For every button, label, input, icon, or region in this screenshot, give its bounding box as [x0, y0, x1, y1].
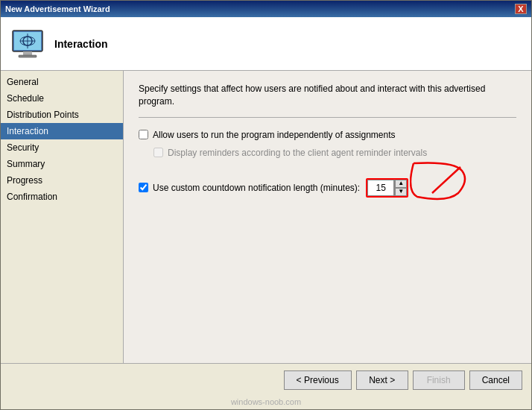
footer: < Previous Next > Finish Cancel [1, 363, 531, 396]
separator [139, 117, 516, 118]
watermark: windows-noob.com [1, 396, 531, 409]
finish-button[interactable]: Finish [413, 370, 465, 390]
display-reminders-checkbox-row: Display reminders according to the clien… [139, 148, 516, 158]
spinner-buttons: ▲ ▼ [394, 180, 407, 196]
countdown-checkbox[interactable] [139, 183, 148, 192]
spinner-up-button[interactable]: ▲ [395, 180, 407, 188]
allow-users-checkbox[interactable] [139, 130, 148, 139]
sidebar-item-interaction[interactable]: Interaction [1, 123, 123, 139]
previous-button[interactable]: < Previous [284, 370, 352, 390]
countdown-label: Use custom countdown notification length… [153, 183, 360, 193]
sidebar-item-security[interactable]: Security [1, 139, 123, 156]
watermark-text: windows-noob.com [231, 397, 301, 406]
sidebar-item-distribution-points[interactable]: Distribution Points [1, 107, 123, 123]
allow-users-label: Allow users to run the program independe… [153, 130, 396, 140]
cancel-button[interactable]: Cancel [469, 370, 522, 390]
sidebar-item-summary[interactable]: Summary [1, 156, 123, 172]
main-content: General Schedule Distribution Points Int… [1, 71, 531, 363]
wizard-window: New Advertisement Wizard X Interaction G… [0, 0, 532, 410]
svg-line-8 [432, 167, 460, 193]
sidebar-item-general[interactable]: General [1, 74, 123, 90]
annotation-scribble [410, 160, 469, 204]
spinner-input[interactable] [367, 180, 394, 196]
display-reminders-label: Display reminders according to the clien… [168, 148, 427, 158]
window-title: New Advertisement Wizard [5, 4, 110, 13]
next-button[interactable]: Next > [356, 370, 408, 390]
sidebar: General Schedule Distribution Points Int… [1, 71, 124, 363]
computer-icon [10, 26, 45, 62]
sidebar-item-confirmation[interactable]: Confirmation [1, 189, 123, 205]
svg-rect-3 [19, 55, 37, 57]
description-text: Specify settings that affect how users a… [139, 83, 516, 108]
display-reminders-checkbox [153, 148, 163, 157]
close-button[interactable]: X [515, 4, 527, 14]
countdown-checkbox-row: Use custom countdown notification length… [139, 165, 516, 210]
sidebar-item-schedule[interactable]: Schedule [1, 90, 123, 107]
header: Interaction [1, 17, 531, 71]
spinner-down-button[interactable]: ▼ [395, 188, 407, 196]
spinner-control: ▲ ▼ [366, 178, 408, 198]
allow-users-checkbox-row: Allow users to run the program independe… [139, 130, 516, 140]
content-area: Specify settings that affect how users a… [124, 71, 531, 363]
title-bar: New Advertisement Wizard X [1, 1, 531, 17]
header-title: Interaction [54, 38, 108, 50]
svg-rect-2 [23, 51, 32, 55]
sidebar-item-progress[interactable]: Progress [1, 172, 123, 189]
